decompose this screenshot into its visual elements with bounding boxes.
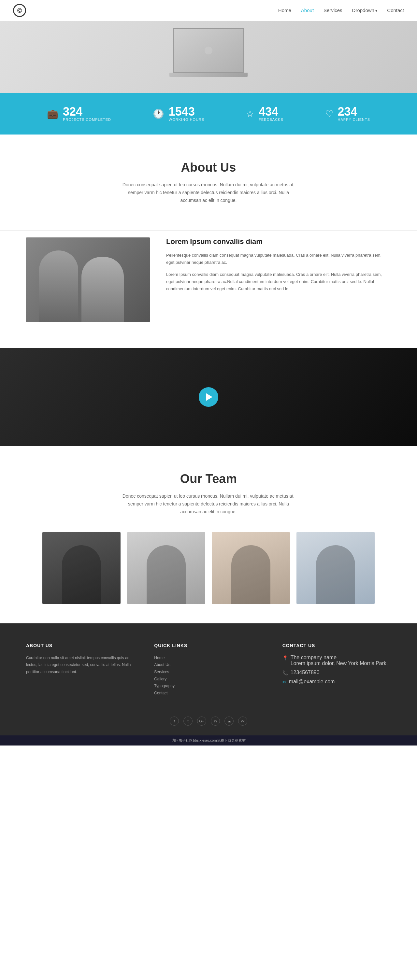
social-rss[interactable]: ☁	[224, 716, 234, 725]
stat-clients: ♡ 234 HAPPY CLIENTS	[325, 106, 371, 121]
team-section: Our Team Donec consequat sapien ut leo c…	[0, 446, 417, 623]
clients-icon: ♡	[325, 108, 333, 119]
watermark-text: 访问虫子社区bbs.xieiao.com免费下载更多素材	[171, 738, 245, 742]
about-section: About Us Donec consequat sapien ut leo c…	[0, 135, 417, 230]
social-vk[interactable]: vk	[238, 716, 247, 725]
footer-link-contact[interactable]: Contact	[154, 690, 263, 697]
stat-projects: 💼 324 PROJECTS COMPLETED	[47, 106, 111, 121]
footer-contact-col: CONTACT US 📍 The company name Lorem ipsu…	[282, 643, 391, 697]
person2-silhouette	[81, 257, 124, 322]
nav-item-about[interactable]: About	[301, 8, 314, 13]
lorem-paragraph2: Lorem Ipsum convallis diam consequat mag…	[166, 271, 391, 293]
hero-section	[0, 21, 417, 93]
team-description: Donec consequat sapien ut leo cursus rho…	[121, 492, 296, 515]
nav-menu: Home About Services Dropdown Contact	[278, 8, 404, 13]
footer-address: 📍 The company name Lorem ipsum dolor, Ne…	[282, 655, 391, 667]
lorem-text-block: Lorem Ipsum convallis diam Pellentesque …	[166, 237, 391, 297]
hours-label: WORKING HOURS	[169, 118, 205, 121]
nav-link-contact[interactable]: Contact	[387, 8, 404, 13]
footer-bottom: f t G+ in ☁ vk	[26, 710, 391, 725]
phone-number: 1234567890	[291, 670, 320, 676]
about-description: Donec consequat sapien ut leo cursus rho…	[121, 181, 296, 204]
projects-label: PROJECTS COMPLETED	[63, 118, 111, 121]
lorem-paragraph1: Pellentesque convallis diam consequat ma…	[166, 252, 391, 266]
social-twitter[interactable]: t	[183, 716, 193, 725]
social-googleplus[interactable]: G+	[197, 716, 206, 725]
footer: ABOUT US Curabitur non nulla sit amet ni…	[0, 624, 417, 736]
play-button[interactable]	[199, 387, 218, 407]
laptop-base	[169, 73, 248, 77]
nav-item-contact[interactable]: Contact	[387, 8, 404, 13]
hours-number: 1543	[169, 106, 205, 118]
nav-item-services[interactable]: Services	[323, 8, 342, 13]
team-grid	[26, 532, 391, 604]
team-card-3	[212, 532, 290, 604]
phone-icon: 📞	[282, 670, 288, 676]
footer-links-col: QUICK LINKS Home About Us Services Galle…	[154, 643, 263, 697]
nav-link-dropdown[interactable]: Dropdown	[352, 8, 377, 13]
footer-link-services[interactable]: Services	[154, 669, 263, 676]
watermark-bar: 访问虫子社区bbs.xieiao.com免费下载更多素材	[0, 735, 417, 746]
projects-icon: 💼	[47, 108, 58, 119]
team-card-1	[42, 532, 121, 604]
footer-link-gallery[interactable]: Gallery	[154, 676, 263, 683]
footer-top: ABOUT US Curabitur non nulla sit amet ni…	[26, 643, 391, 697]
footer-contact-heading: CONTACT US	[282, 643, 391, 648]
footer-email: ✉ mail@example.com	[282, 679, 391, 685]
nav-link-home[interactable]: Home	[278, 8, 291, 13]
projects-number: 324	[63, 106, 111, 118]
clients-number: 234	[338, 106, 371, 118]
team-member-3	[231, 545, 271, 604]
video-section	[0, 348, 417, 446]
hero-laptop	[156, 24, 261, 89]
lorem-row: Lorem Ipsum convallis diam Pellentesque …	[0, 231, 417, 348]
hours-icon: 🕐	[153, 108, 164, 119]
brand-icon: ©	[13, 4, 26, 17]
lorem-title: Lorem Ipsum convallis diam	[166, 237, 391, 246]
stats-bar: 💼 324 PROJECTS COMPLETED 🕐 1543 WORKING …	[0, 93, 417, 135]
lorem-image	[26, 237, 150, 322]
footer-link-typography[interactable]: Typography	[154, 682, 263, 690]
feedbacks-number: 434	[259, 106, 283, 118]
team-member-2	[146, 545, 186, 604]
clients-label: HAPPY CLIENTS	[338, 118, 371, 121]
footer-link-about[interactable]: About Us	[154, 662, 263, 669]
footer-phone: 📞 1234567890	[282, 670, 391, 676]
person1-silhouette	[39, 250, 78, 322]
company-name: The company name	[291, 655, 337, 660]
footer-link-home[interactable]: Home	[154, 655, 263, 662]
feedbacks-label: FEEDBACKS	[259, 118, 283, 121]
footer-about-col: ABOUT US Curabitur non nulla sit amet ni…	[26, 643, 135, 697]
social-linkedin[interactable]: in	[211, 716, 220, 725]
team-title: Our Team	[26, 472, 391, 486]
nav-item-dropdown[interactable]: Dropdown	[352, 8, 377, 13]
location-icon: 📍	[282, 655, 288, 660]
nav-link-about[interactable]: About	[301, 8, 314, 13]
laptop-screen	[173, 28, 244, 73]
footer-about-text: Curabitur non nulla sit amet nislinit te…	[26, 655, 135, 676]
navbar: © Home About Services Dropdown Contact	[0, 0, 417, 21]
stat-hours: 🕐 1543 WORKING HOURS	[153, 106, 205, 121]
team-card-4	[296, 532, 375, 604]
apple-logo	[205, 46, 212, 54]
team-member-4	[316, 545, 355, 604]
play-icon	[206, 393, 212, 401]
team-card-2	[127, 532, 205, 604]
feedbacks-icon: ☆	[246, 108, 254, 119]
social-facebook[interactable]: f	[170, 716, 179, 725]
footer-links-heading: QUICK LINKS	[154, 643, 263, 648]
team-member-1	[62, 545, 101, 604]
company-address: Lorem ipsum dolor, New York,Morris Park.	[291, 660, 388, 666]
email-address: mail@example.com	[289, 679, 335, 685]
stat-feedbacks: ☆ 434 FEEDBACKS	[246, 106, 283, 121]
footer-about-heading: ABOUT US	[26, 643, 135, 648]
email-icon: ✉	[282, 679, 286, 685]
nav-link-services[interactable]: Services	[323, 8, 342, 13]
about-title: About Us	[59, 161, 358, 175]
brand-logo[interactable]: ©	[13, 4, 26, 17]
nav-item-home[interactable]: Home	[278, 8, 291, 13]
